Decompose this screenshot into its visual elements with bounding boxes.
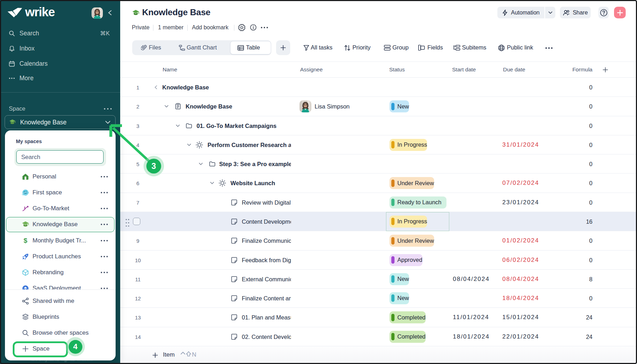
svg-text:N: N [192, 351, 196, 358]
